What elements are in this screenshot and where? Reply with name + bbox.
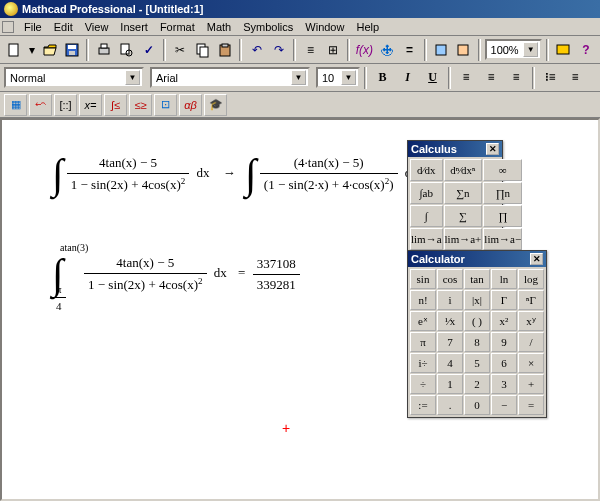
graph-palette-button[interactable]: ⬿: [29, 94, 52, 116]
calculator-key[interactable]: 3: [491, 374, 517, 394]
close-icon[interactable]: ✕: [530, 253, 543, 265]
bullets-button[interactable]: ⁝≡: [539, 67, 562, 89]
calculus-cell[interactable]: ∏: [483, 205, 522, 227]
calculate-button[interactable]: =: [399, 39, 420, 61]
math-region-2[interactable]: atan(3) ∫ π 4 4tan(x) − 5 1 − sin(2x) + …: [52, 250, 300, 298]
calculator-key[interactable]: ×: [518, 353, 544, 373]
programming-palette-button[interactable]: ⊡: [154, 94, 177, 116]
calculator-key[interactable]: cos: [437, 269, 463, 289]
calculus-cell[interactable]: ∞: [483, 159, 522, 181]
undo-button[interactable]: ↶: [246, 39, 267, 61]
calculus-cell[interactable]: lim→a+: [444, 228, 483, 250]
mdi-icon[interactable]: [2, 21, 14, 33]
symbolic-palette-button[interactable]: 🎓: [204, 94, 227, 116]
calculator-key[interactable]: ( ): [464, 311, 490, 331]
calculator-key[interactable]: :=: [410, 395, 436, 415]
menu-insert[interactable]: Insert: [114, 20, 154, 34]
calculator-key[interactable]: x²: [491, 311, 517, 331]
greek-palette-button[interactable]: αβ: [179, 94, 202, 116]
paste-button[interactable]: [215, 39, 236, 61]
zoom-combo[interactable]: 100%▼: [485, 39, 543, 60]
calculator-key[interactable]: /: [518, 332, 544, 352]
calculator-key[interactable]: 7: [437, 332, 463, 352]
help-button[interactable]: ?: [576, 39, 597, 61]
math-region-1[interactable]: ∫ 4tan(x) − 5 1 − sin(2x) + 4cos(x)2 dx …: [52, 150, 418, 198]
resource-center-button[interactable]: [553, 39, 574, 61]
calculus-cell[interactable]: lim→a−: [483, 228, 522, 250]
calculator-key[interactable]: 6: [491, 353, 517, 373]
align-regions2-button[interactable]: ⊞: [323, 39, 344, 61]
boolean-palette-button[interactable]: ≤≥: [129, 94, 152, 116]
calculus-cell[interactable]: ∏n: [483, 182, 522, 204]
calculator-key[interactable]: 2: [464, 374, 490, 394]
bold-button[interactable]: B: [371, 67, 394, 89]
menu-math[interactable]: Math: [201, 20, 237, 34]
copy-button[interactable]: [192, 39, 213, 61]
menu-format[interactable]: Format: [154, 20, 201, 34]
calculus-cell[interactable]: ∫ab: [410, 182, 443, 204]
palette-titlebar[interactable]: Calculus ✕: [408, 141, 502, 157]
menu-window[interactable]: Window: [299, 20, 350, 34]
calculator-key[interactable]: xʸ: [518, 311, 544, 331]
calculator-key[interactable]: 4: [437, 353, 463, 373]
calculator-key[interactable]: sin: [410, 269, 436, 289]
print-preview-button[interactable]: [116, 39, 137, 61]
calculator-key[interactable]: 5: [464, 353, 490, 373]
calculator-palette-button[interactable]: ▦: [4, 94, 27, 116]
insert-unit-button[interactable]: 🕁: [377, 39, 398, 61]
open-button[interactable]: [39, 39, 60, 61]
calculus-cell[interactable]: ∑n: [444, 182, 483, 204]
cut-button[interactable]: ✂: [170, 39, 191, 61]
save-button[interactable]: [62, 39, 83, 61]
calculator-key[interactable]: i: [437, 290, 463, 310]
calculus-cell[interactable]: ∫: [410, 205, 443, 227]
calculator-key[interactable]: .: [437, 395, 463, 415]
calculator-key[interactable]: =: [518, 395, 544, 415]
menu-symbolics[interactable]: Symbolics: [237, 20, 299, 34]
calculator-key[interactable]: ⁿΓ: [518, 290, 544, 310]
align-right-button[interactable]: ≡: [505, 67, 528, 89]
calculator-key[interactable]: Γ: [491, 290, 517, 310]
menu-file[interactable]: File: [18, 20, 48, 34]
calculator-key[interactable]: π: [410, 332, 436, 352]
calculator-key[interactable]: +: [518, 374, 544, 394]
palette-titlebar[interactable]: Calculator ✕: [408, 251, 546, 267]
menu-view[interactable]: View: [79, 20, 115, 34]
align-left-button[interactable]: ≡: [455, 67, 478, 89]
calculator-key[interactable]: ¹⁄x: [437, 311, 463, 331]
calculator-key[interactable]: tan: [464, 269, 490, 289]
calculus-cell[interactable]: ∑: [444, 205, 483, 227]
matrix-palette-button[interactable]: [::]: [54, 94, 77, 116]
calculus-palette-button[interactable]: ∫≤: [104, 94, 127, 116]
menu-help[interactable]: Help: [350, 20, 385, 34]
calculator-key[interactable]: log: [518, 269, 544, 289]
calculus-palette[interactable]: Calculus ✕ d⁄dxdⁿ⁄dxⁿ∞∫ab∑n∏n∫∑∏lim→alim…: [407, 140, 503, 253]
calculator-key[interactable]: 8: [464, 332, 490, 352]
calculator-key[interactable]: ÷: [410, 374, 436, 394]
style-combo[interactable]: Normal▼: [4, 67, 144, 88]
redo-button[interactable]: ↷: [269, 39, 290, 61]
calculator-key[interactable]: 0: [464, 395, 490, 415]
align-regions-button[interactable]: ≡: [300, 39, 321, 61]
evaluation-palette-button[interactable]: x=: [79, 94, 102, 116]
calculator-key[interactable]: |x|: [464, 290, 490, 310]
underline-button[interactable]: U: [421, 67, 444, 89]
font-combo[interactable]: Arial▼: [150, 67, 310, 88]
calculator-key[interactable]: 1: [437, 374, 463, 394]
print-button[interactable]: [93, 39, 114, 61]
calculator-key[interactable]: 9: [491, 332, 517, 352]
numbering-button[interactable]: ≡: [564, 67, 587, 89]
calculus-cell[interactable]: d⁄dx: [410, 159, 443, 181]
calculus-cell[interactable]: dⁿ⁄dxⁿ: [444, 159, 483, 181]
calculator-key[interactable]: ln: [491, 269, 517, 289]
spellcheck-button[interactable]: ✓: [138, 39, 159, 61]
calculator-key[interactable]: eˣ: [410, 311, 436, 331]
insert-function-button[interactable]: f(x): [354, 39, 375, 61]
calculator-key[interactable]: n!: [410, 290, 436, 310]
calculus-cell[interactable]: lim→a: [410, 228, 443, 250]
component-button[interactable]: [431, 39, 452, 61]
italic-button[interactable]: I: [396, 67, 419, 89]
new-dropdown[interactable]: ▾: [27, 39, 38, 61]
component2-button[interactable]: [453, 39, 474, 61]
new-button[interactable]: [4, 39, 25, 61]
